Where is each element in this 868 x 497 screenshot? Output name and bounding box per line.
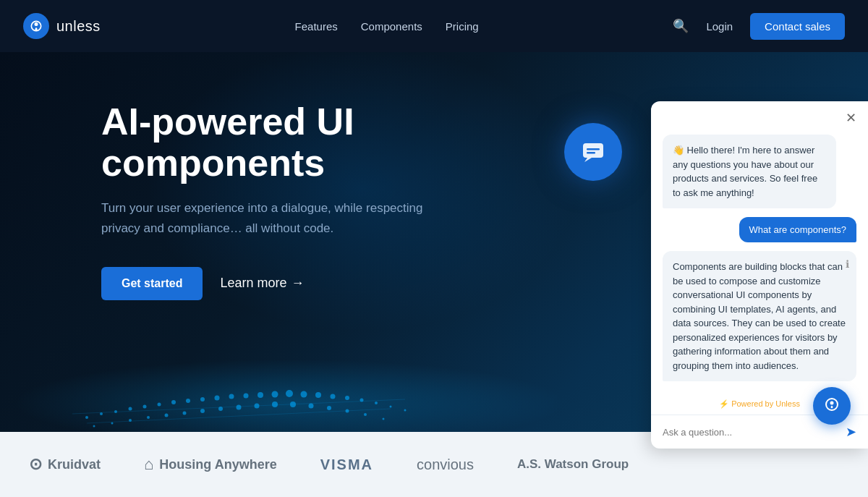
logo-icon [23,13,49,39]
floating-chat-button[interactable] [813,387,851,425]
nav-right: 🔍 Login Contact sales [673,13,845,40]
svg-point-30 [200,409,205,413]
kruidvat-icon: ⊙ [29,455,42,474]
hero-content: AI-powered UI components Turn your user … [101,101,535,300]
svg-point-32 [237,405,242,410]
svg-point-5 [143,405,147,409]
info-icon: ℹ [846,257,849,272]
visma-label: VISMA [320,456,373,473]
chat-message-greeting: 👋 Hello there! I'm here to answer any qu… [663,135,836,208]
watson-label: A.S. Watson Group [517,457,629,472]
housing-icon: ⌂ [144,455,153,474]
learn-more-button[interactable]: Learn more → [220,276,304,291]
svg-point-39 [364,413,367,416]
get-started-button[interactable]: Get started [101,267,203,300]
chat-header: ✕ [651,101,868,135]
svg-point-35 [290,402,296,407]
svg-point-17 [315,392,321,398]
svg-point-38 [346,409,349,413]
hero-subtitle: Turn your user experience into a dialogu… [101,198,463,237]
chat-messages: 👋 Hello there! I'm here to answer any qu… [651,135,868,394]
hero-chat-bubble [564,123,622,181]
nav-links: Features Components Pricing [295,20,479,33]
svg-point-2 [100,412,103,415]
svg-point-16 [301,391,307,398]
svg-line-42 [87,409,391,423]
chat-send-button[interactable]: ➤ [846,424,856,440]
svg-point-26 [129,419,132,422]
chat-input[interactable] [663,427,840,438]
chat-message-response: ℹ Components are building blocks that ca… [663,251,856,381]
contact-sales-button[interactable]: Contact sales [750,13,845,40]
svg-point-25 [111,422,114,425]
svg-point-22 [390,406,392,408]
brands-track: ⊙ Kruidvat ⌂ Housing Anywhere VISMA conv… [0,455,658,474]
svg-point-29 [183,412,187,415]
svg-point-14 [272,391,278,398]
brand-kruidvat: ⊙ Kruidvat [29,455,101,474]
svg-point-24 [93,425,95,428]
login-link[interactable]: Login [706,20,733,33]
brand-visma: VISMA [320,456,373,473]
logo[interactable]: unless [23,13,101,39]
svg-point-44 [35,22,38,26]
hero-title: AI-powered UI components [101,101,535,184]
svg-point-27 [147,416,150,419]
svg-point-1 [85,416,88,419]
svg-point-21 [375,402,378,404]
svg-point-50 [830,402,834,405]
chat-bubble-icon [580,139,606,165]
svg-point-6 [158,403,161,407]
chat-message-user: What are components? [739,217,856,242]
svg-line-41 [72,399,405,414]
svg-point-13 [258,392,263,398]
nav-features[interactable]: Features [295,20,338,33]
svg-rect-45 [583,143,603,158]
logo-svg [29,19,43,33]
nav-components[interactable]: Components [361,20,422,33]
search-icon[interactable]: 🔍 [673,18,689,34]
convious-label: convious [417,456,474,473]
svg-point-3 [114,410,117,413]
svg-point-37 [327,406,331,410]
svg-point-12 [244,394,249,399]
chat-close-button[interactable]: ✕ [846,110,856,126]
svg-point-23 [404,409,407,412]
svg-point-10 [215,396,220,401]
svg-marker-46 [584,158,592,162]
svg-point-15 [286,390,293,397]
svg-point-9 [200,397,205,402]
svg-rect-47 [587,148,600,150]
svg-point-36 [309,404,314,409]
svg-point-4 [129,407,132,411]
floating-chat-icon [822,396,841,415]
nav-pricing[interactable]: Pricing [446,20,479,33]
dot-visualization [0,345,579,439]
svg-rect-48 [587,152,595,154]
hero-actions: Get started Learn more → [101,267,535,300]
logo-text: unless [56,18,101,35]
svg-point-19 [345,396,349,400]
svg-point-18 [331,394,336,399]
svg-point-0 [14,360,564,439]
svg-point-28 [165,414,169,417]
svg-point-34 [272,402,278,407]
brand-housing: ⌂ Housing Anywhere [144,455,277,474]
svg-point-31 [218,407,223,411]
navbar: unless Features Components Pricing 🔍 Log… [0,0,868,52]
svg-point-7 [171,400,176,404]
svg-point-11 [229,394,234,399]
brand-watson: A.S. Watson Group [517,457,629,472]
svg-point-40 [383,418,385,420]
svg-point-20 [360,399,364,402]
svg-point-8 [186,399,190,403]
brand-convious: convious [417,456,474,473]
svg-point-33 [255,404,260,409]
